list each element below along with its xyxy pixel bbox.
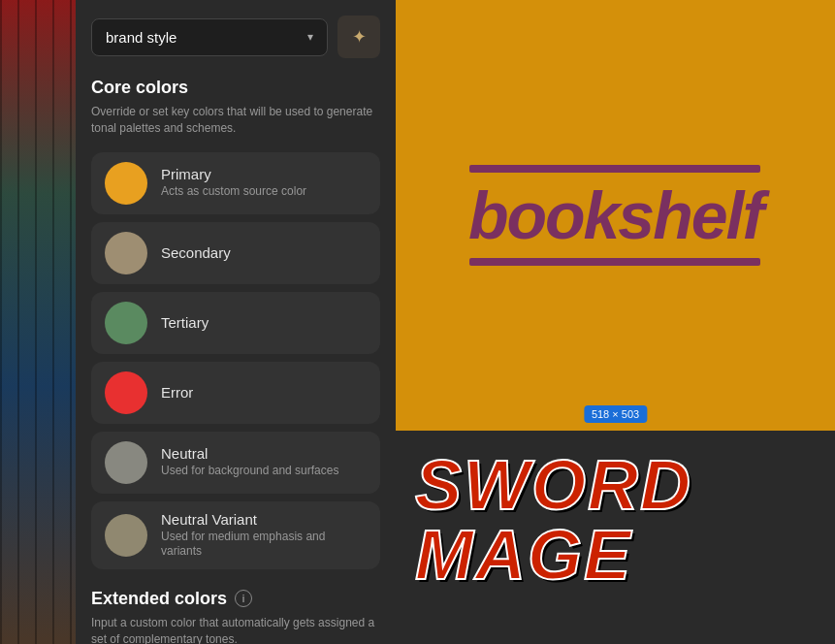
- color-info-secondary: Secondary: [161, 244, 231, 261]
- preview-area: bookshelf 518 × 503 SWORD MAGE: [396, 0, 835, 644]
- magic-wand-icon: ✦: [352, 26, 367, 48]
- color-info-primary: PrimaryActs as custom source color: [161, 166, 306, 200]
- color-row-neutral-variant[interactable]: Neutral VariantUsed for medium emphasis …: [91, 501, 380, 569]
- color-info-error: Error: [161, 384, 193, 401]
- chevron-down-icon: ▾: [307, 30, 313, 44]
- logo-text: bookshelf: [468, 182, 762, 248]
- color-row-secondary[interactable]: Secondary: [91, 222, 380, 284]
- color-row-tertiary[interactable]: Tertiary: [91, 292, 380, 354]
- color-name-primary: Primary: [161, 166, 306, 182]
- color-info-neutral-variant: Neutral VariantUsed for medium emphasis …: [161, 511, 367, 560]
- core-colors-section: Core colors Override or set key colors t…: [91, 78, 380, 577]
- color-row-error[interactable]: Error: [91, 362, 380, 424]
- color-settings-panel: brand style ▾ ✦ Core colors Override or …: [76, 0, 396, 644]
- color-name-neutral: Neutral: [161, 445, 338, 462]
- color-swatch-neutral: [105, 441, 147, 484]
- size-badge: 518 × 503: [584, 405, 647, 423]
- extended-colors-section: Extended colors i Input a custom color t…: [91, 577, 380, 644]
- color-info-neutral: NeutralUsed for background and surfaces: [161, 445, 338, 479]
- color-swatch-primary: [105, 162, 147, 205]
- magic-wand-button[interactable]: ✦: [337, 16, 380, 58]
- core-colors-title: Core colors: [91, 78, 380, 98]
- color-name-neutral-variant: Neutral Variant: [161, 511, 367, 528]
- panel-header: brand style ▾ ✦: [91, 16, 380, 58]
- preview-bottom: SWORD MAGE: [396, 431, 835, 644]
- color-swatch-secondary: [105, 232, 147, 274]
- extended-colors-description: Input a custom color that automatically …: [91, 615, 380, 644]
- info-icon[interactable]: i: [235, 590, 252, 607]
- logo-bar-top: [469, 165, 760, 173]
- color-swatch-tertiary: [105, 302, 147, 344]
- color-list: PrimaryActs as custom source colorSecond…: [91, 152, 380, 569]
- color-desc-primary: Acts as custom source color: [161, 184, 306, 200]
- preview-top: bookshelf 518 × 503: [396, 0, 835, 431]
- color-name-error: Error: [161, 384, 193, 401]
- color-row-primary[interactable]: PrimaryActs as custom source color: [91, 152, 380, 214]
- color-row-neutral[interactable]: NeutralUsed for background and surfaces: [91, 432, 380, 494]
- color-desc-neutral: Used for background and surfaces: [161, 464, 338, 479]
- extended-colors-label: Extended colors: [91, 589, 227, 609]
- color-desc-neutral-variant: Used for medium emphasis and variants: [161, 530, 367, 560]
- dropdown-label: brand style: [106, 29, 177, 46]
- core-colors-description: Override or set key colors that will be …: [91, 104, 380, 137]
- logo-bar-bottom: [469, 258, 760, 266]
- color-name-secondary: Secondary: [161, 244, 231, 261]
- color-name-tertiary: Tertiary: [161, 314, 209, 331]
- extended-colors-title: Extended colors i: [91, 589, 380, 609]
- color-swatch-neutral-variant: [105, 514, 147, 557]
- sword-mage-text: SWORD MAGE: [396, 431, 835, 590]
- bookshelf-background-strip: [0, 0, 76, 644]
- color-info-tertiary: Tertiary: [161, 314, 209, 331]
- bookshelf-logo: bookshelf: [468, 165, 762, 266]
- brand-style-dropdown[interactable]: brand style ▾: [91, 18, 328, 56]
- color-swatch-error: [105, 371, 147, 414]
